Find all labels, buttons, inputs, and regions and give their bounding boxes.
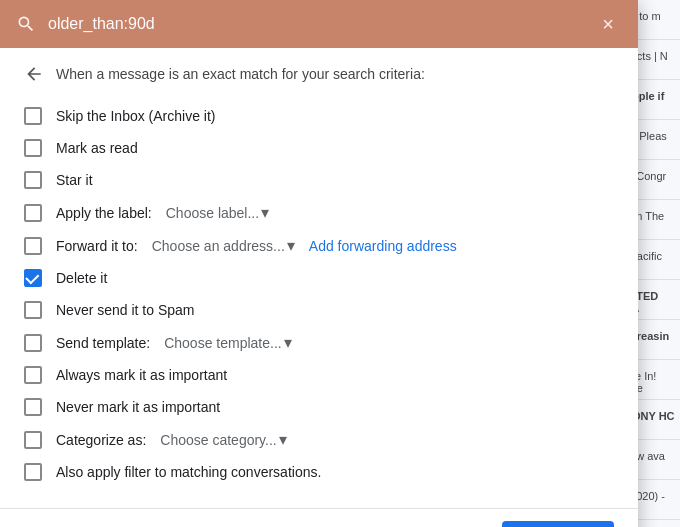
select-address-dropdown[interactable]: Choose an address... ▾: [152, 236, 295, 255]
option-categorize: Categorize as: Choose category... ▾: [24, 423, 614, 456]
label-star-it: Star it: [56, 172, 93, 188]
checkbox-star-it[interactable]: [24, 171, 42, 189]
label-delete-it: Delete it: [56, 270, 107, 286]
option-never-important: Never mark it as important: [24, 391, 614, 423]
checkbox-send-template[interactable]: [24, 334, 42, 352]
label-skip-inbox: Skip the Inbox (Archive it): [56, 108, 216, 124]
option-send-template: Send template: Choose template... ▾: [24, 326, 614, 359]
label-send-template: Send template:: [56, 335, 150, 351]
filter-dialog: older_than:90d × When a message is an ex…: [0, 0, 638, 527]
back-row: When a message is an exact match for you…: [24, 64, 614, 84]
checkbox-delete-it[interactable]: [24, 269, 42, 287]
option-mark-as-read: Mark as read: [24, 132, 614, 164]
chevron-down-icon: ▾: [284, 333, 292, 352]
create-filter-button[interactable]: Create filter: [502, 521, 614, 527]
label-mark-as-read: Mark as read: [56, 140, 138, 156]
label-always-important: Always mark it as important: [56, 367, 227, 383]
checkbox-always-important[interactable]: [24, 366, 42, 384]
checkbox-skip-inbox[interactable]: [24, 107, 42, 125]
search-query[interactable]: older_than:90d: [48, 15, 582, 33]
select-category-dropdown[interactable]: Choose category... ▾: [160, 430, 286, 449]
chevron-down-icon: ▾: [287, 236, 295, 255]
option-always-important: Always mark it as important: [24, 359, 614, 391]
checkbox-never-spam[interactable]: [24, 301, 42, 319]
option-star-it: Star it: [24, 164, 614, 196]
close-button[interactable]: ×: [594, 10, 622, 38]
select-template-dropdown[interactable]: Choose template... ▾: [164, 333, 292, 352]
search-icon: [16, 14, 36, 34]
option-never-spam: Never send it to Spam: [24, 294, 614, 326]
add-forwarding-link[interactable]: Add forwarding address: [309, 238, 457, 254]
checkbox-also-apply[interactable]: [24, 463, 42, 481]
filter-options-list: Skip the Inbox (Archive it) Mark as read…: [24, 100, 614, 488]
checkbox-categorize[interactable]: [24, 431, 42, 449]
label-forward-it: Forward it to:: [56, 238, 138, 254]
dialog-content: When a message is an exact match for you…: [0, 48, 638, 504]
option-apply-label: Apply the label: Choose label... ▾: [24, 196, 614, 229]
option-skip-inbox: Skip the Inbox (Archive it): [24, 100, 614, 132]
checkbox-forward-it[interactable]: [24, 237, 42, 255]
checkbox-mark-as-read[interactable]: [24, 139, 42, 157]
chevron-down-icon: ▾: [261, 203, 269, 222]
label-never-important: Never mark it as important: [56, 399, 220, 415]
label-also-apply: Also apply filter to matching conversati…: [56, 464, 321, 480]
dialog-footer: ? Learn more Create filter: [0, 508, 638, 527]
option-forward-it: Forward it to: Choose an address... ▾ Ad…: [24, 229, 614, 262]
label-categorize: Categorize as:: [56, 432, 146, 448]
label-never-spam: Never send it to Spam: [56, 302, 195, 318]
label-apply-label: Apply the label:: [56, 205, 152, 221]
select-label-dropdown[interactable]: Choose label... ▾: [166, 203, 269, 222]
search-bar: older_than:90d ×: [0, 0, 638, 48]
back-arrow[interactable]: [24, 64, 44, 84]
dialog-description: When a message is an exact match for you…: [56, 66, 425, 82]
checkbox-apply-label[interactable]: [24, 204, 42, 222]
chevron-down-icon: ▾: [279, 430, 287, 449]
option-delete-it: Delete it: [24, 262, 614, 294]
checkbox-never-important[interactable]: [24, 398, 42, 416]
option-also-apply: Also apply filter to matching conversati…: [24, 456, 614, 488]
